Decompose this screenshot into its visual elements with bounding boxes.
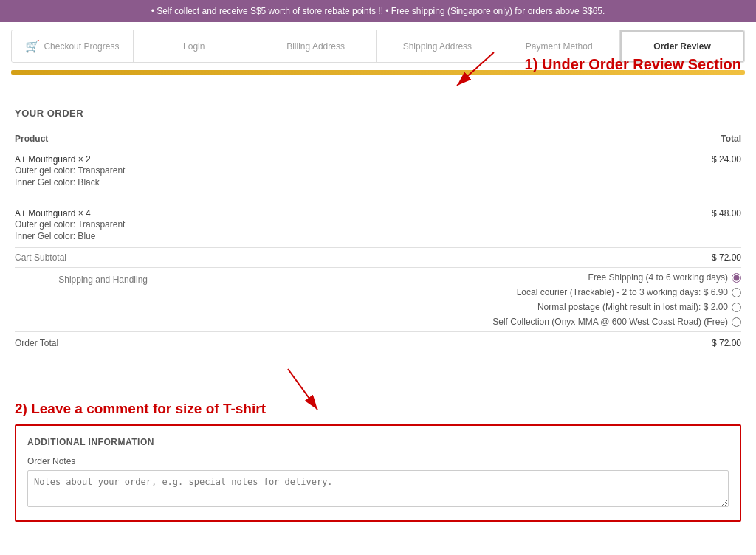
shipping-options: Free Shipping (4 to 6 working days) Loca… xyxy=(162,272,741,327)
nav-item-label: Checkout Progress xyxy=(44,41,119,52)
additional-info-title: ADDITIONAL INFORMATION xyxy=(27,437,729,447)
order-total-row: Order Total $ 72.00 xyxy=(15,331,741,354)
order-notes-label: Order Notes xyxy=(27,456,729,466)
nav-item-label: Payment Method xyxy=(526,41,593,52)
order-total-value: $ 72.00 xyxy=(712,338,741,348)
shipping-option-free: Free Shipping (4 to 6 working days) xyxy=(588,272,741,283)
order-table: Product Total A+ Mouthguard × 2 Outer ge… xyxy=(15,130,741,244)
shipping-section: Shipping and Handling Free Shipping (4 t… xyxy=(15,267,741,331)
banner-text: • Self collect and receive S$5 worth of … xyxy=(151,6,605,16)
total-column-header: Total xyxy=(588,130,741,148)
shipping-radio-free[interactable] xyxy=(732,273,741,283)
shipping-radio-self[interactable] xyxy=(732,317,741,327)
shipping-option-courier-label: Local courier (Trackable) - 2 to 3 worki… xyxy=(517,287,728,297)
shipping-option-self-label: Self Collection (Onyx MMA @ 600 West Coa… xyxy=(492,317,728,327)
separator-row-1 xyxy=(15,190,741,202)
main-content: 1) Under Order Review Section YOUR ORDER… xyxy=(0,75,756,365)
nav-login[interactable]: Login xyxy=(134,30,255,62)
nav-item-label: Billing Address xyxy=(286,41,345,52)
shipping-radio-normal[interactable] xyxy=(732,303,741,312)
product-1-detail-1: Outer gel color: Transparent xyxy=(15,165,588,176)
product-1-price: $ 24.00 xyxy=(588,148,741,190)
product-1-detail-2: Inner Gel color: Black xyxy=(15,176,588,188)
shipping-option-self: Self Collection (Onyx MMA @ 600 West Coa… xyxy=(492,317,741,327)
shipping-option-normal-label: Normal postage (Might result in lost mai… xyxy=(537,302,728,312)
annotation-2: 2) Leave a comment for size of T-shirt xyxy=(15,401,266,417)
product-1-name: A+ Mouthguard × 2 Outer gel color: Trans… xyxy=(15,148,588,190)
product-row-2: A+ Mouthguard × 4 Outer gel color: Trans… xyxy=(15,202,741,244)
shipping-label: Shipping and Handling xyxy=(15,272,162,285)
svg-line-1 xyxy=(457,52,494,86)
svg-line-3 xyxy=(288,369,317,410)
cart-icon: 🛒 xyxy=(25,39,40,53)
additional-info-section: ADDITIONAL INFORMATION Order Notes xyxy=(15,424,741,522)
top-banner: • Self collect and receive S$5 worth of … xyxy=(0,0,756,22)
summary-section: Cart Subtotal $ 72.00 Shipping and Handl… xyxy=(15,247,741,354)
shipping-option-free-label: Free Shipping (4 to 6 working days) xyxy=(588,272,728,283)
cart-subtotal-label: Cart Subtotal xyxy=(15,252,66,263)
product-2-detail-1: Outer gel color: Transparent xyxy=(15,218,588,230)
order-notes-input[interactable] xyxy=(27,470,729,507)
nav-billing-address[interactable]: Billing Address xyxy=(255,30,377,62)
product-2-name: A+ Mouthguard × 4 Outer gel color: Trans… xyxy=(15,202,588,244)
product-2-price: $ 48.00 xyxy=(588,202,741,244)
shipping-radio-courier[interactable] xyxy=(732,288,741,297)
cart-subtotal-value: $ 72.00 xyxy=(712,252,741,263)
nav-item-label: Order Review xyxy=(653,41,710,52)
product-row-1: A+ Mouthguard × 2 Outer gel color: Trans… xyxy=(15,148,741,190)
nav-item-label: Login xyxy=(183,41,205,52)
shipping-option-normal: Normal postage (Might result in lost mai… xyxy=(537,302,741,312)
product-2-detail-2: Inner Gel color: Blue xyxy=(15,230,588,242)
your-order-title: YOUR ORDER xyxy=(15,108,741,119)
shipping-option-courier: Local courier (Trackable) - 2 to 3 worki… xyxy=(517,287,741,297)
order-total-label: Order Total xyxy=(15,338,58,348)
nav-checkout-progress[interactable]: 🛒 Checkout Progress xyxy=(12,30,134,62)
arrow-1-svg xyxy=(453,49,498,93)
cart-subtotal-row: Cart Subtotal $ 72.00 xyxy=(15,247,741,267)
product-column-header: Product xyxy=(15,130,588,148)
annotation-1: 1) Under Order Review Section xyxy=(525,56,741,73)
arrow-2-svg xyxy=(281,365,340,417)
